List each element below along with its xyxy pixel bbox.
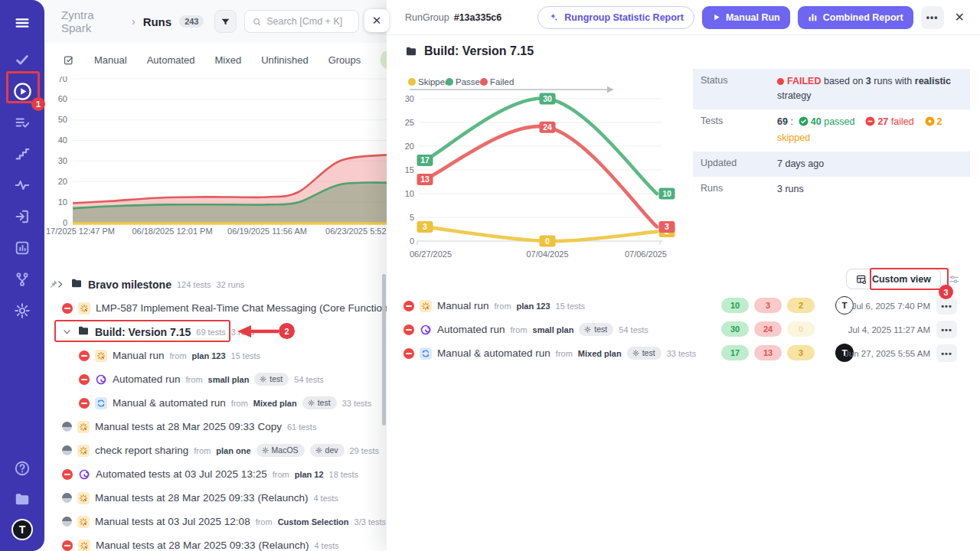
svg-text:06/23/2025 5:52 P: 06/23/2025 5:52 P bbox=[325, 227, 387, 236]
result-count-badges: 17133 bbox=[721, 345, 815, 360]
help-icon[interactable] bbox=[11, 458, 33, 479]
manual-run-icon bbox=[77, 421, 90, 433]
run-row[interactable]: Manual tests at 28 Mar 2025 09:33 (Relau… bbox=[44, 486, 387, 510]
minus-circle-icon bbox=[865, 116, 875, 131]
run-more-button[interactable]: ••• bbox=[936, 344, 957, 362]
sidebar-bottom-nav: T bbox=[11, 458, 33, 540]
tag-filter-chip[interactable]: test work bbox=[381, 51, 387, 69]
tab-groups[interactable]: Groups bbox=[328, 54, 361, 66]
user-avatar[interactable]: T bbox=[11, 519, 33, 540]
run-title: Manual run bbox=[113, 350, 165, 361]
panel-close-button[interactable]: ✕ bbox=[364, 9, 389, 32]
status-inprogress-icon bbox=[62, 422, 72, 432]
settings-icon[interactable] bbox=[11, 300, 33, 321]
rungroup-label: RunGroup bbox=[405, 12, 449, 23]
report-icon[interactable] bbox=[11, 237, 33, 259]
svg-text:20: 20 bbox=[405, 142, 414, 151]
run-title: Manual tests at 28 Mar 2025 09:33 (Relau… bbox=[95, 492, 308, 504]
run-from-label: from bbox=[170, 351, 187, 360]
app-root: T Zyntra Spark › Runs 243 ManualAutomate… bbox=[0, 0, 980, 551]
run-avatar: T bbox=[835, 296, 854, 315]
svg-text:3: 3 bbox=[665, 222, 669, 231]
manual-run-icon bbox=[77, 492, 90, 504]
result-count-badges: 1032 bbox=[721, 298, 815, 313]
status-failed-icon bbox=[62, 540, 73, 551]
run-group-row[interactable]: Build: Version 7.1569 tests3 runs bbox=[44, 320, 387, 344]
run-group-row[interactable]: Bravo milestone124 tests32 runs bbox=[44, 272, 387, 296]
list-scrollbar[interactable] bbox=[382, 274, 386, 425]
run-meta: 124 tests bbox=[177, 280, 211, 289]
runs-header: Zyntra Spark › Runs 243 bbox=[44, 0, 387, 43]
tab-manual[interactable]: Manual bbox=[94, 54, 127, 66]
run-from-plan: plan 123 bbox=[192, 351, 226, 360]
gear-icon bbox=[260, 376, 266, 383]
run-row[interactable]: Manual tests at 03 Jul 2025 12:08fromCus… bbox=[44, 510, 387, 533]
branch-icon[interactable] bbox=[11, 269, 33, 290]
run-from-plan: small plan bbox=[208, 375, 250, 384]
manual-run-button[interactable]: Manual Run bbox=[702, 6, 790, 29]
steps-icon[interactable] bbox=[11, 143, 33, 165]
run-row[interactable]: Manual tests at 28 Mar 2025 09:33 Copy61… bbox=[44, 415, 387, 439]
search-input[interactable] bbox=[266, 16, 351, 27]
run-more-button[interactable]: ••• bbox=[936, 321, 957, 338]
rungroup-runs-list: Manual runfromplan 12315 tests1032TJul 6… bbox=[387, 294, 980, 365]
check-icon bbox=[14, 51, 31, 68]
projects-icon[interactable] bbox=[11, 488, 33, 510]
tab-mixed[interactable]: Mixed bbox=[215, 54, 242, 66]
run-row[interactable]: Manual & automated runfromMixed plantest… bbox=[44, 391, 387, 415]
run-title: Manual run bbox=[437, 300, 489, 311]
gear-icon bbox=[632, 350, 639, 357]
manual-run-icon bbox=[420, 300, 432, 312]
breadcrumb-page: Runs bbox=[143, 15, 172, 28]
bulk-select-icon[interactable] bbox=[63, 54, 74, 66]
columns-settings-icon[interactable] bbox=[948, 273, 960, 285]
statistic-report-button[interactable]: Rungroup Statistic Report bbox=[537, 6, 694, 29]
tab-unfinished[interactable]: Unfinished bbox=[261, 54, 308, 66]
svg-text:10: 10 bbox=[405, 189, 414, 198]
combined-report-button[interactable]: Combined Report bbox=[798, 6, 913, 29]
passed-count-badge: 30 bbox=[721, 321, 749, 337]
run-row[interactable]: Manual tests at 28 Mar 2025 09:33 (Relau… bbox=[44, 533, 387, 551]
run-from-plan: Custom Selection bbox=[278, 517, 349, 527]
svg-text:13: 13 bbox=[420, 174, 430, 184]
gear-icon bbox=[584, 326, 591, 333]
run-row[interactable]: Automated tests at 03 Jul 2025 13:25from… bbox=[44, 462, 387, 486]
run-row[interactable]: Automated runfromsmall plantest54 tests bbox=[44, 367, 387, 391]
drawer-header: RunGroup #13a335c6 Rungroup Statistic Re… bbox=[387, 0, 980, 35]
filter-button[interactable] bbox=[214, 10, 237, 33]
status-failed-icon bbox=[403, 301, 414, 311]
breadcrumb-project[interactable]: Zyntra Spark bbox=[61, 8, 124, 34]
chevron-down-icon[interactable] bbox=[62, 327, 72, 337]
pulse-icon[interactable] bbox=[11, 174, 33, 196]
status-failed-icon bbox=[403, 324, 414, 335]
run-from-label: from bbox=[186, 375, 203, 384]
drawer-close-button[interactable]: ✕ bbox=[952, 10, 968, 24]
custom-view-button[interactable]: Custom view bbox=[846, 269, 941, 289]
mixed-run-icon bbox=[420, 347, 432, 360]
play-icon bbox=[712, 13, 720, 21]
menu-icon[interactable] bbox=[11, 12, 33, 34]
rungroup-title-text: Build: Version 7.15 bbox=[424, 44, 534, 58]
more-actions-button[interactable]: ••• bbox=[921, 6, 944, 29]
run-row[interactable]: Manual runfromplan 12315 tests bbox=[44, 344, 387, 367]
status-failed-icon bbox=[79, 350, 90, 361]
signin-icon[interactable] bbox=[11, 206, 33, 227]
run-row[interactable]: check report sharingfromplan oneMacOSdev… bbox=[44, 439, 387, 462]
info-value: FAILED based on 3 runs with realistic st… bbox=[777, 74, 962, 104]
tasks-icon[interactable] bbox=[11, 112, 33, 133]
check-icon[interactable] bbox=[11, 49, 33, 70]
run-title: check report sharing bbox=[95, 445, 188, 456]
search-box[interactable] bbox=[244, 10, 359, 33]
rungroup-run-row[interactable]: Manual & automated runfromMixed plantest… bbox=[387, 341, 980, 365]
info-label: Updated bbox=[701, 157, 777, 171]
custom-view-label: Custom view bbox=[872, 274, 931, 285]
rungroup-run-row[interactable]: Manual runfromplan 12315 tests1032TJul 6… bbox=[387, 294, 980, 318]
tab-automated[interactable]: Automated bbox=[147, 54, 195, 66]
rungroup-run-row[interactable]: Automated runfromsmall plantest54 tests3… bbox=[387, 318, 980, 341]
run-group-title: Build: Version 7.15 bbox=[95, 326, 191, 338]
runs-icon[interactable] bbox=[11, 80, 33, 102]
run-more-button[interactable]: ••• bbox=[936, 297, 957, 315]
run-from-plan: Mixed plan bbox=[253, 399, 297, 408]
statistic-report-label: Rungroup Statistic Report bbox=[564, 12, 684, 23]
run-row[interactable]: LMP-587 Implement Real-Time Chat Messagi… bbox=[44, 296, 387, 320]
